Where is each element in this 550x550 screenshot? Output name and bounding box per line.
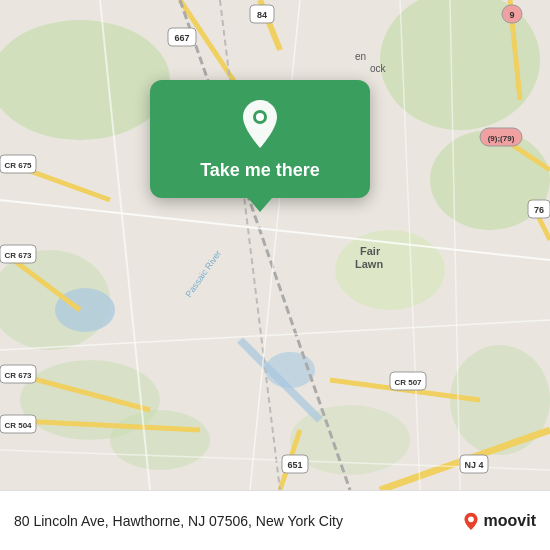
svg-text:Fair: Fair xyxy=(360,245,381,257)
svg-point-64 xyxy=(468,516,474,522)
svg-point-10 xyxy=(55,288,115,332)
moovit-logo: moovit xyxy=(462,512,536,530)
svg-text:CR 675: CR 675 xyxy=(4,161,32,170)
map-area[interactable]: 84 667 9 (9);(79) 76 CR 675 CR 673 CR 67… xyxy=(0,0,550,490)
svg-text:ock: ock xyxy=(370,63,387,74)
take-me-there-button[interactable]: Take me there xyxy=(200,160,320,182)
address-label: 80 Lincoln Ave, Hawthorne, NJ 07506, New… xyxy=(14,513,452,529)
map-svg: 84 667 9 (9);(79) 76 CR 675 CR 673 CR 67… xyxy=(0,0,550,490)
svg-text:84: 84 xyxy=(257,10,267,20)
svg-text:en: en xyxy=(355,51,366,62)
svg-text:CR 673: CR 673 xyxy=(4,251,32,260)
svg-text:651: 651 xyxy=(287,460,302,470)
svg-text:667: 667 xyxy=(174,33,189,43)
moovit-brand-label: moovit xyxy=(484,512,536,530)
svg-text:CR 673: CR 673 xyxy=(4,371,32,380)
svg-text:Lawn: Lawn xyxy=(355,258,383,270)
svg-text:CR 504: CR 504 xyxy=(4,421,32,430)
bottom-bar: 80 Lincoln Ave, Hawthorne, NJ 07506, New… xyxy=(0,490,550,550)
directions-popup[interactable]: Take me there xyxy=(150,80,370,198)
moovit-pin-icon xyxy=(462,512,480,530)
svg-text:CR 507: CR 507 xyxy=(394,378,422,387)
svg-point-63 xyxy=(256,113,264,121)
svg-text:76: 76 xyxy=(534,205,544,215)
svg-point-7 xyxy=(110,410,210,470)
svg-text:(9);(79): (9);(79) xyxy=(488,134,515,143)
svg-text:NJ 4: NJ 4 xyxy=(464,460,483,470)
pin-icon xyxy=(234,98,286,150)
svg-text:9: 9 xyxy=(509,10,514,20)
